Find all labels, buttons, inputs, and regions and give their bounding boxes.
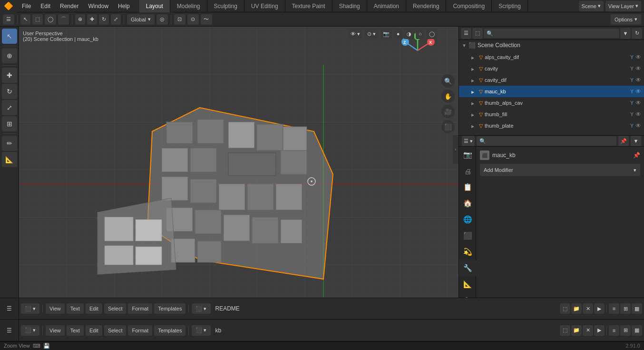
viewport-shading-rendered[interactable]: ○ xyxy=(416,29,425,39)
bp1-view-btn[interactable]: View xyxy=(46,303,65,314)
scale-btn[interactable]: ⤢ xyxy=(111,14,121,25)
menu-help[interactable]: Help xyxy=(113,0,135,12)
tree-item-cavity[interactable]: ▽ cavity Y 👁 xyxy=(459,63,644,74)
bp1-list1[interactable]: ≡ xyxy=(609,303,619,314)
transform-btn[interactable]: ⊕ xyxy=(75,14,85,25)
pin-icon[interactable]: 📌 xyxy=(633,152,640,159)
viewport-shading-eevee[interactable]: ◯ xyxy=(426,29,438,39)
viewport-camera-btn[interactable]: 📷 xyxy=(380,29,392,39)
menu-window[interactable]: Window xyxy=(83,0,113,12)
properties-filter-btn[interactable]: ▼ xyxy=(631,136,641,146)
bp2-templates-btn[interactable]: Templates xyxy=(154,325,185,336)
move-tool[interactable]: ✚ xyxy=(2,68,17,83)
bp1-select-btn[interactable]: Select xyxy=(104,303,127,314)
viewport-collapse-btn[interactable]: ‹ xyxy=(453,135,459,164)
bp2-icon3[interactable]: ✕ xyxy=(583,325,593,336)
prop-tab-particles[interactable]: 💫 xyxy=(459,244,476,260)
bp1-edit-btn[interactable]: Edit xyxy=(86,303,102,314)
tab-animation[interactable]: Animation xyxy=(367,0,406,12)
move-btn[interactable]: ✚ xyxy=(87,14,97,25)
box-select-btn[interactable]: ⬚ xyxy=(32,14,43,25)
tree-item-mauc-kb[interactable]: ▽ mauc_kb Y 👁 xyxy=(459,86,644,97)
bp2-edit-btn[interactable]: Edit xyxy=(86,325,102,336)
tab-rendering[interactable]: Rendering xyxy=(406,0,446,12)
visibility-7[interactable]: 👁 xyxy=(635,122,641,129)
tree-item-alps-cavity-dif[interactable]: ▽ alps_cavity_dif Y 👁 xyxy=(459,51,644,63)
bp1-icon1[interactable]: ⬚ xyxy=(560,303,570,314)
tab-shading[interactable]: Shading xyxy=(332,0,367,12)
snap-btn[interactable]: ⊡ xyxy=(174,14,185,25)
prop-tab-world[interactable]: 🌐 xyxy=(459,211,476,228)
tab-sculpting[interactable]: Sculpting xyxy=(207,0,244,12)
circle-select-btn[interactable]: ◯ xyxy=(45,14,56,25)
camera-toggle-btn[interactable]: 🎥 xyxy=(441,105,455,118)
prop-tab-data[interactable]: 📐 xyxy=(459,276,476,292)
cursor-tool[interactable]: ⊕ xyxy=(2,48,17,63)
outliner-display-btn[interactable]: ⬚ xyxy=(472,28,483,39)
pan-btn[interactable]: ✋ xyxy=(441,90,455,103)
bp1-icon4[interactable]: ▶ xyxy=(594,303,605,314)
visibility-4[interactable]: 👁 xyxy=(635,88,641,95)
menu-file[interactable]: File xyxy=(17,0,36,12)
bp2-view-btn[interactable]: View xyxy=(46,325,65,336)
tree-item-cavity-dif[interactable]: ▽ cavity_dif Y 👁 xyxy=(459,74,644,86)
bp2-select-btn[interactable]: Select xyxy=(104,325,127,336)
annotate-tool[interactable]: ✏ xyxy=(2,136,17,151)
tab-scripting[interactable]: Scripting xyxy=(492,0,528,12)
rotate-tool[interactable]: ↻ xyxy=(2,84,17,99)
bp1-text-btn[interactable]: Text xyxy=(67,303,84,314)
transform-pivot-btn[interactable]: ◎ xyxy=(156,14,168,25)
tree-item-thumb-plate[interactable]: ▽ thumb_plate Y 👁 xyxy=(459,120,644,131)
tab-uv-editing[interactable]: UV Editing xyxy=(244,0,285,12)
add-modifier-button[interactable]: Add Modifier ▾ xyxy=(480,164,640,176)
visibility-3[interactable]: 👁 xyxy=(635,77,641,83)
bp2-list2[interactable]: ⊞ xyxy=(620,325,631,336)
transform-tool[interactable]: ⊞ xyxy=(2,116,17,131)
tab-layout[interactable]: Layout xyxy=(139,0,170,12)
menu-render[interactable]: Render xyxy=(55,0,83,12)
scene-selector[interactable]: Scene ▾ xyxy=(579,1,604,11)
viewport-overlay-toggle[interactable]: ⊙ ▾ xyxy=(364,29,379,39)
viewport-shading-solid[interactable]: ● xyxy=(394,29,403,39)
menu-edit[interactable]: Edit xyxy=(36,0,55,12)
bp2-list1[interactable]: ≡ xyxy=(609,325,619,336)
viewport-gizmo-toggle[interactable]: 👁 ▾ xyxy=(348,29,363,39)
properties-search-input[interactable] xyxy=(477,136,616,146)
proportional-btn[interactable]: ⊙ xyxy=(187,14,199,25)
prop-tab-render[interactable]: 📷 xyxy=(459,147,476,163)
bp1-list2[interactable]: ⊞ xyxy=(620,303,631,314)
bp2-icon2[interactable]: 📁 xyxy=(571,325,582,336)
properties-mode-btn[interactable]: ☰ ▾ xyxy=(462,136,475,146)
bottom-panel-1-header[interactable]: ☰ xyxy=(0,298,19,319)
tree-item-thumb-alps-cav[interactable]: ▽ thumb_alps_cav Y 👁 xyxy=(459,97,644,109)
bp1-format-btn[interactable]: Format xyxy=(128,303,152,314)
view-layer-selector[interactable]: View Layer ▾ xyxy=(605,1,641,11)
tab-modeling[interactable]: Modeling xyxy=(170,0,207,12)
bp2-file-type-btn[interactable]: ⬛ ▾ xyxy=(192,325,210,336)
visibility-6[interactable]: 👁 xyxy=(635,111,641,118)
bp2-icon4[interactable]: ▶ xyxy=(594,325,605,336)
bp1-templates-btn[interactable]: Templates xyxy=(154,303,185,314)
prop-tab-view-layer[interactable]: 📋 xyxy=(459,179,476,195)
rotate-btn[interactable]: ↻ xyxy=(99,14,109,25)
prop-tab-scene[interactable]: 🏠 xyxy=(459,195,476,211)
visibility-5[interactable]: 👁 xyxy=(635,100,641,106)
bp1-list3[interactable]: ▦ xyxy=(632,303,642,314)
options-dropdown[interactable]: Options ▾ xyxy=(611,14,641,25)
outliner-sync-btn[interactable]: ↻ xyxy=(632,28,642,39)
bp2-mode-btn[interactable]: ⬛ ▾ xyxy=(21,325,39,336)
bp1-icon2[interactable]: 📁 xyxy=(571,303,582,314)
falloff-curve-btn[interactable]: 〜 xyxy=(201,14,212,25)
bp2-icon1[interactable]: ⬚ xyxy=(560,325,570,336)
zoom-in-btn[interactable]: 🔍 xyxy=(441,74,455,88)
tab-compositing[interactable]: Compositing xyxy=(446,0,492,12)
bp1-mode-btn[interactable]: ⬛ ▾ xyxy=(21,303,39,314)
transform-space-dropdown[interactable]: Global ▾ xyxy=(127,14,155,25)
viewport-shading-material[interactable]: ◑ xyxy=(404,29,414,39)
viewport[interactable]: User Perspective (20) Scene Collection |… xyxy=(19,27,459,298)
scale-tool[interactable]: ⤢ xyxy=(2,100,17,115)
bp1-file-type-btn[interactable]: ⬛ ▾ xyxy=(192,303,210,314)
outliner-type-btn[interactable]: ☰ xyxy=(461,28,471,39)
select-tool-btn[interactable]: ↖ xyxy=(20,14,30,25)
bp2-text-btn[interactable]: Text xyxy=(67,325,84,336)
